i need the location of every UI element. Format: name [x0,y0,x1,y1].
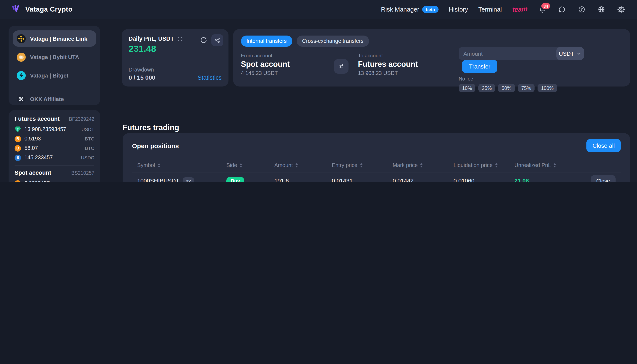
nav-history[interactable]: History [449,6,468,13]
asset-amount: 0.0393457 [25,180,50,182]
settings-button[interactable] [616,5,626,14]
chip-100[interactable]: 100% [538,84,557,92]
asset-ticker: BTC [85,181,94,182]
sort-icon [554,163,556,168]
asset-row: 58.07 BTC [15,144,94,153]
symbol: 1000SHIBUSDT [137,178,179,182]
open-positions-title: Open positions [132,142,179,149]
to-account-label: To account [358,53,442,59]
asset-row: 0.5193 BTC [15,134,94,144]
from-account-name: Spot account [241,60,325,69]
close-all-button[interactable]: Close all [586,139,621,152]
to-account-name: Futures account [358,60,442,69]
sort-icon [240,163,242,168]
account-bybit[interactable]: Vataga | Bybit UTA [13,49,96,65]
asset-amount: 0.5193 [25,136,41,142]
okx-icon [17,94,26,104]
info-icon[interactable] [177,36,183,42]
unrealized-pnl: 21.08 [514,178,583,182]
account-switcher: Vataga | Binance Link Vataga | Bybit UTA [9,26,100,105]
binance-icon [17,34,26,43]
asset-ticker: USDC [81,155,94,160]
globe-icon [597,5,606,14]
account-bitget[interactable]: Vataga | Bitget [13,67,96,84]
okx-affiliate-item[interactable]: OKX Affiliate [13,91,96,107]
liquidation-price: 0.01060 [454,178,514,182]
transfer-button[interactable]: Transfer [462,60,497,73]
from-account-block[interactable]: From account Spot account 4 145.23 USDT [241,53,325,76]
to-account-block[interactable]: To account Futures account 13 908.23 USD… [358,53,442,76]
chat-icon [558,5,566,14]
usdc-icon [15,154,21,161]
position-row[interactable]: 1000SHIBUSDT2x Buy 191.6 0.01431 0.01442… [132,173,621,182]
to-account-balance: 13 908.23 USDT [358,70,442,76]
nav-team[interactable]: team [512,5,527,14]
leverage-badge: 2x [183,177,194,182]
col-mark-price[interactable]: Mark price [393,162,454,168]
sort-icon [295,163,298,168]
amount: 191.6 [274,178,332,182]
mark-price: 0.01442 [393,178,454,182]
top-bar: Vataga Crypto Risk Manager beta History … [0,0,637,19]
from-account-label: From account [241,53,325,59]
open-positions-card: Open positions Close all Symbol Side Amo… [123,133,630,182]
divider [14,87,95,87]
chip-50[interactable]: 50% [498,84,515,92]
chat-button[interactable] [557,5,567,14]
account-label: Vataga | Binance Link [30,35,87,42]
chip-10[interactable]: 10% [459,84,475,92]
col-liquidation-price[interactable]: Liquidation price [454,162,514,168]
sort-icon [495,163,498,168]
page-title: Futures trading [123,123,179,132]
risk-manager-label: Risk Manager [381,6,419,13]
col-symbol[interactable]: Symbol [137,162,226,168]
futures-account-id: BF2329242 [69,116,94,122]
percent-chips: 10% 25% 50% 75% 100% [459,84,622,92]
spot-account-id: BS210257 [71,170,94,175]
language-button[interactable] [597,5,606,14]
col-entry-price[interactable]: Entry price [332,162,393,168]
balances-card: Futures account BF2329242 13 908.2359345… [9,110,100,182]
top-nav: Risk Manager beta History Terminal team … [381,5,626,14]
help-button[interactable] [577,5,586,14]
account-label: Vataga | Bybit UTA [30,54,79,60]
col-side[interactable]: Side [226,162,274,168]
swap-accounts-button[interactable] [334,59,349,74]
nav-risk-manager[interactable]: Risk Manager beta [381,6,438,13]
nav-terminal[interactable]: Terminal [478,6,502,13]
spot-account-title: Spot account [15,170,51,176]
chevron-down-icon [576,51,581,56]
gear-icon [617,5,625,14]
positions-header-row: Symbol Side Amount Entry price Mark pric… [132,158,621,173]
bitget-icon [17,71,26,80]
brand[interactable]: Vataga Crypto [11,4,73,14]
main-content: Daily PnL, USDT 231.48 [116,19,637,182]
statistics-link[interactable]: Statistics [198,74,222,81]
notifications-button[interactable]: 34 [538,5,547,14]
transfer-tabs: Internal transfers Cross-exchange transf… [241,36,622,47]
col-amount[interactable]: Amount [274,162,332,168]
asset-row: 145.233457 USDC [15,153,94,162]
refresh-button[interactable] [199,36,208,45]
currency-select[interactable]: USDT [556,47,584,60]
asset-row: 0.0393457 BTC [15,178,94,182]
no-fee-label: No fee [459,76,622,81]
drawdown-value: 0 / 15 000 [129,74,155,81]
account-binance-link[interactable]: Vataga | Binance Link [13,30,96,47]
divider [15,165,94,166]
asset-row: 13 908.23593457 USDT [15,124,94,134]
chip-25[interactable]: 25% [478,84,495,92]
btc-icon [15,180,21,182]
close-position-button[interactable]: Close [591,175,615,182]
daily-pnl-card: Daily PnL, USDT 231.48 [122,29,228,86]
col-unrealized-pnl[interactable]: Unrealized PnL [514,162,583,168]
daily-pnl-title: Daily PnL, USDT [129,36,174,42]
sort-icon [158,163,160,168]
asset-amount: 58.07 [25,145,38,151]
usdt-icon [15,126,21,132]
chip-75[interactable]: 75% [518,84,535,92]
share-button[interactable] [211,34,223,46]
tab-internal-transfers[interactable]: Internal transfers [241,36,292,47]
sort-icon [420,163,423,168]
tab-cross-exchange-transfers[interactable]: Cross-exchange transfers [297,36,369,47]
